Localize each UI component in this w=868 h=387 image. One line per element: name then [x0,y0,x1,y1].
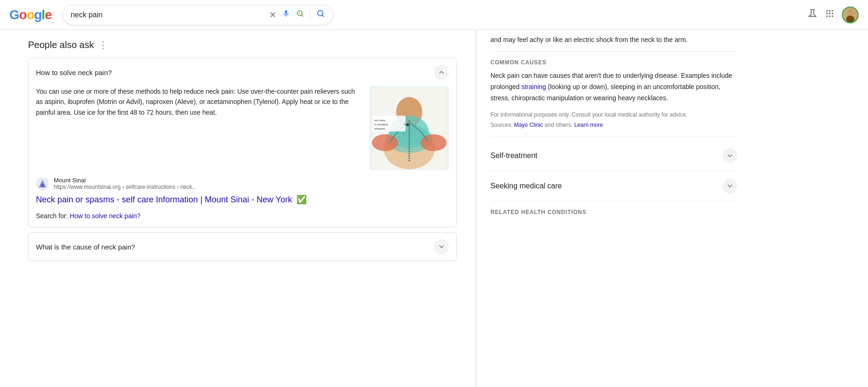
faq-image-1: non area in resulting whiplash [370,86,449,170]
result-link-1[interactable]: Neck pain or spasms - self care Informat… [36,194,449,206]
avatar[interactable] [842,7,859,23]
source-row-1: Mount Sinai https://www.mountsinai.org ›… [36,177,449,190]
search-bar[interactable]: ✕ [63,5,333,25]
svg-point-5 [829,10,830,11]
logo-e: e [45,7,52,22]
straining-link[interactable]: straining [521,83,546,90]
svg-point-15 [846,15,854,22]
lens-icon[interactable] [296,9,304,20]
svg-point-9 [832,13,833,14]
divider-1 [490,137,737,137]
seeking-care-chevron-icon[interactable] [722,179,737,194]
svg-rect-32 [41,184,44,187]
svg-point-6 [832,10,833,11]
svg-point-16 [848,11,853,16]
faq-question-2[interactable]: What is the cause of neck pain? [28,233,456,261]
verified-check-icon: ✅ [296,194,307,206]
labs-icon[interactable] [807,8,818,21]
microphone-icon[interactable] [282,9,290,20]
self-treatment-item[interactable]: Self-treatment [490,141,737,171]
svg-text:whiplash: whiplash [374,127,385,130]
faq-question-1-text: How to solve neck pain? [36,69,112,76]
svg-point-12 [832,15,833,17]
svg-point-4 [826,10,828,11]
common-causes-text: Neck pain can have causes that aren't du… [490,70,737,104]
main-content: People also ask ⋮ How to solve neck pain… [0,30,868,387]
google-logo: G o o g l e [9,7,51,22]
mayo-clinic-link[interactable]: Mayo Clinic [514,122,543,128]
self-treatment-label: Self-treatment [490,152,537,160]
search-for-link[interactable]: How to solve neck pain? [70,212,140,220]
faq-question-2-text: What is the cause of neck pain? [36,243,135,251]
logo-l: l [42,7,45,22]
search-input[interactable] [70,11,266,19]
svg-point-3 [812,14,813,15]
common-causes-title: COMMON CAUSES [490,59,737,66]
seeking-care-label: Seeking medical care [490,182,562,190]
svg-point-7 [826,13,828,14]
more-options-icon[interactable]: ⋮ [98,39,108,50]
search-for-row: Search for: How to solve neck pain? [36,212,449,220]
right-top-text: and may feel achy or like an electric sh… [490,30,737,52]
result-link-1-text: Neck pain or spasms - self care Informat… [36,195,292,204]
logo-o1: o [19,7,27,22]
apps-icon[interactable] [825,9,834,21]
logo-o2: o [27,7,34,22]
people-also-ask-header: People also ask ⋮ [28,39,457,50]
source-name-1: Mount Sinai [54,177,197,184]
source-favicon-1 [36,177,49,190]
faq-item-2: What is the cause of neck pain? [28,232,457,261]
sources-prefix: Sources: [490,122,514,128]
faq-chevron-down-2[interactable] [434,239,449,254]
search-icon-group: ✕ [269,9,325,21]
people-also-ask-title: People also ask [28,40,94,50]
faq-chevron-up-1[interactable] [434,65,449,80]
svg-point-2 [811,14,812,15]
faq-question-1[interactable]: How to solve neck pain? [28,58,456,86]
left-panel: People also ask ⋮ How to solve neck pain… [0,30,476,387]
svg-text:in resulting: in resulting [374,123,388,126]
seeking-care-item[interactable]: Seeking medical care [490,171,737,201]
logo-g: g [34,7,42,22]
disclaimer-text: For informational purposes only. Consult… [490,111,737,119]
faq-expanded-1: You can use one or more of these methods… [28,86,456,227]
sources-text: Sources: Mayo Clinic and others. Learn m… [490,121,737,129]
faq-content-area-1: You can use one or more of these methods… [36,86,449,170]
learn-more-link[interactable]: Learn more [574,122,602,128]
sources-text2: and others. [543,122,574,128]
right-panel: and may feel achy or like an electric sh… [476,30,747,387]
clear-icon[interactable]: ✕ [269,10,276,20]
search-for-label: Search for: [36,212,68,220]
topbar-right [807,7,859,23]
svg-point-11 [829,15,830,17]
search-button-icon[interactable] [310,9,325,21]
source-url-1: https://www.mountsinai.org › selfcare-in… [54,184,197,190]
source-info-1: Mount Sinai https://www.mountsinai.org ›… [54,177,197,190]
faq-answer-1: You can use one or more of these methods… [36,86,362,170]
svg-point-10 [826,15,828,17]
related-health-title: RELATED HEALTH CONDITIONS [490,201,737,215]
topbar: G o o g l e ✕ [0,0,868,30]
svg-point-8 [829,13,830,14]
self-treatment-chevron-icon[interactable] [722,148,737,163]
svg-text:non area: non area [374,119,385,122]
faq-item-1: How to solve neck pain? You can use one … [28,58,457,228]
logo-G: G [9,7,19,22]
